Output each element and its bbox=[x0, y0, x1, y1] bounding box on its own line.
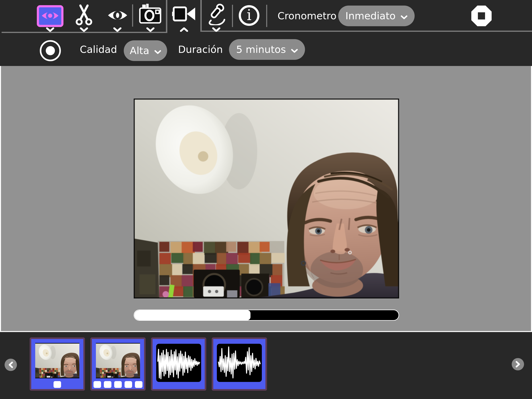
waveform-box bbox=[156, 344, 201, 382]
chevron-down-icon bbox=[291, 44, 298, 55]
video-camera-icon bbox=[172, 5, 196, 24]
video-mode-button[interactable] bbox=[172, 5, 196, 24]
quality-label: Calidad bbox=[80, 33, 117, 66]
chevron-down-icon bbox=[154, 45, 161, 56]
info-button[interactable]: i bbox=[239, 5, 260, 26]
waveform-box bbox=[217, 344, 262, 382]
eye-icon bbox=[107, 8, 128, 24]
quality-value: Alta bbox=[130, 45, 149, 56]
webcam-preview bbox=[134, 98, 399, 298]
frame-badge bbox=[125, 381, 132, 388]
stop-square-icon bbox=[478, 12, 485, 19]
eye-icon bbox=[41, 9, 59, 23]
duration-value: 5 minutos bbox=[236, 44, 286, 55]
recording-progress-bar bbox=[134, 310, 399, 321]
main-toolbar: i Cronometro Inmediato bbox=[0, 0, 532, 33]
toolbar-separator bbox=[232, 5, 233, 27]
video-mode-chevron-up-icon[interactable] bbox=[180, 27, 188, 32]
camera-button[interactable] bbox=[139, 4, 162, 25]
frame-badges bbox=[31, 381, 83, 388]
timer-dropdown[interactable]: Inmediato bbox=[338, 6, 415, 26]
stop-button[interactable] bbox=[471, 6, 492, 26]
timer-value: Inmediato bbox=[345, 10, 396, 22]
chevron-right-icon bbox=[515, 361, 521, 368]
view-chevron-down-icon[interactable] bbox=[113, 27, 122, 32]
duration-label: Duración bbox=[178, 33, 223, 66]
thumbnail-list bbox=[30, 338, 267, 391]
audio-thumbnail[interactable] bbox=[151, 338, 206, 391]
info-icon: i bbox=[247, 7, 252, 22]
audio-chevron-down-icon[interactable] bbox=[212, 27, 221, 32]
thumbnail-image bbox=[96, 343, 140, 378]
camera-chevron-down-icon[interactable] bbox=[146, 27, 155, 32]
record-dot-icon bbox=[46, 46, 55, 55]
frame-badge bbox=[114, 381, 122, 388]
chevron-left-icon bbox=[8, 362, 14, 368]
camera-icon bbox=[139, 3, 161, 25]
tray-scroll-right-button[interactable] bbox=[512, 358, 524, 370]
record-button[interactable] bbox=[40, 40, 61, 61]
audio-button[interactable] bbox=[205, 4, 227, 25]
thumbnail-image bbox=[35, 343, 79, 378]
view-button[interactable] bbox=[107, 8, 128, 24]
frame-badge bbox=[135, 381, 142, 388]
frame-badge bbox=[54, 381, 61, 388]
microphone-icon bbox=[205, 3, 227, 26]
photo-thumbnail[interactable] bbox=[90, 338, 146, 391]
media-tray bbox=[0, 332, 532, 399]
frame-badge bbox=[94, 381, 101, 388]
tray-scroll-left-button[interactable] bbox=[5, 359, 17, 371]
toolbar-separator bbox=[132, 4, 133, 27]
stage bbox=[0, 66, 532, 332]
chevron-down-icon bbox=[401, 10, 407, 22]
video-controls-toolbar: Calidad Alta Duración 5 minutos bbox=[0, 33, 532, 66]
quality-dropdown[interactable]: Alta bbox=[124, 40, 167, 61]
toolbar-separator bbox=[266, 5, 267, 27]
photo-mode-button[interactable] bbox=[37, 5, 63, 27]
frame-badges bbox=[92, 381, 144, 388]
photo-thumbnail[interactable] bbox=[30, 338, 85, 391]
edit-button[interactable] bbox=[74, 3, 94, 27]
scissors-icon bbox=[74, 3, 94, 27]
frame-badge bbox=[104, 381, 111, 388]
audio-thumbnail[interactable] bbox=[212, 338, 267, 391]
duration-dropdown[interactable]: 5 minutos bbox=[229, 39, 305, 60]
record-app: i Cronometro Inmediato Calidad Alta Dura… bbox=[0, 0, 532, 399]
photo-mode-chevron-down-icon[interactable] bbox=[46, 27, 55, 32]
edit-chevron-down-icon[interactable] bbox=[80, 27, 88, 32]
timer-label: Cronometro bbox=[278, 0, 336, 32]
progress-fill bbox=[134, 310, 250, 320]
